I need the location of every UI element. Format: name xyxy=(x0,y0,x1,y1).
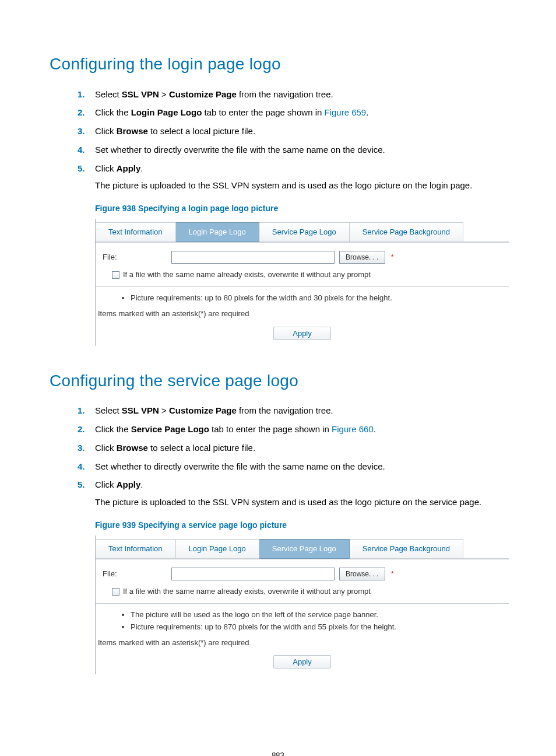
overwrite-label: If a file with the same name already exi… xyxy=(123,586,371,597)
required-note: Items marked with an asterisk(*) are req… xyxy=(96,638,509,652)
required-note: Items marked with an asterisk(*) are req… xyxy=(96,309,509,323)
requirement-item: Picture requirements: up to 80 pixels fo… xyxy=(131,293,502,304)
step-1: Select SSL VPN > Customize Page from the… xyxy=(95,404,506,417)
file-row: File: Browse. . . * xyxy=(96,243,509,270)
overwrite-checkbox[interactable] xyxy=(112,588,119,596)
overwrite-checkbox[interactable] xyxy=(112,271,119,279)
browse-button[interactable]: Browse. . . xyxy=(339,251,385,264)
ui-service-logo: Text Information Login Page Logo Service… xyxy=(95,536,509,674)
text: . xyxy=(366,107,368,117)
file-input[interactable] xyxy=(171,251,335,264)
bold: Browse xyxy=(117,126,148,136)
overwrite-label: If a file with the same name already exi… xyxy=(123,270,371,281)
text: Click xyxy=(95,163,117,173)
bold: Browse xyxy=(117,443,148,453)
text: tab to enter the page shown in xyxy=(209,424,332,434)
figure-caption-938: Figure 938 Specifying a login page logo … xyxy=(95,202,506,214)
file-label: File: xyxy=(103,252,167,263)
required-asterisk: * xyxy=(391,569,394,580)
text: Select xyxy=(95,405,122,415)
tab-service-page-logo[interactable]: Service Page Logo xyxy=(259,222,350,242)
text: > xyxy=(159,405,169,415)
figure-link-659[interactable]: Figure 659 xyxy=(325,107,367,117)
tab-bar: Text Information Login Page Logo Service… xyxy=(96,219,509,243)
text: from the navigation tree. xyxy=(237,405,333,415)
ui-login-logo: Text Information Login Page Logo Service… xyxy=(95,219,509,345)
requirements-list: Picture requirements: up to 80 pixels fo… xyxy=(96,287,509,309)
step-5-sub: The picture is uploaded to the SSL VPN s… xyxy=(95,496,506,509)
text: to select a local picture file. xyxy=(148,126,255,136)
heading-login-logo: Configuring the login page logo xyxy=(50,52,506,76)
bold: SSL VPN xyxy=(122,405,159,415)
steps-login-logo: Select SSL VPN > Customize Page from the… xyxy=(50,88,506,192)
text: Click the xyxy=(95,424,131,434)
text: . xyxy=(374,424,376,434)
text: Select xyxy=(95,89,122,99)
text: . xyxy=(140,163,143,173)
overwrite-row: If a file with the same name already exi… xyxy=(96,270,509,286)
file-input[interactable] xyxy=(171,568,335,580)
tab-spacer xyxy=(463,539,509,559)
tab-bar: Text Information Login Page Logo Service… xyxy=(96,536,509,559)
bold: Login Page Logo xyxy=(131,107,202,117)
step-3: Click Browse to select a local picture f… xyxy=(95,442,506,454)
file-row: File: Browse. . . * xyxy=(96,559,509,586)
apply-row: Apply xyxy=(96,323,509,346)
requirement-item: Picture requirements: up to 870 pixels f… xyxy=(131,622,502,633)
step-5: Click Apply. The picture is uploaded to … xyxy=(95,478,506,509)
bold: Apply xyxy=(117,163,141,173)
text: Click xyxy=(95,480,117,489)
bold: Customize Page xyxy=(169,405,237,415)
text: to select a local picture file. xyxy=(148,443,255,453)
text: from the navigation tree. xyxy=(237,89,333,99)
file-label: File: xyxy=(103,569,167,580)
text: Click xyxy=(95,126,117,136)
bold: Apply xyxy=(117,480,141,489)
required-asterisk: * xyxy=(391,252,394,263)
step-5: Click Apply. The picture is uploaded to … xyxy=(95,162,506,192)
apply-button[interactable]: Apply xyxy=(273,655,331,668)
browse-button[interactable]: Browse. . . xyxy=(339,568,385,580)
overwrite-row: If a file with the same name already exi… xyxy=(96,586,509,603)
apply-button[interactable]: Apply xyxy=(273,327,331,340)
step-1: Select SSL VPN > Customize Page from the… xyxy=(95,88,506,101)
text: . xyxy=(140,480,143,489)
step-4: Set whether to directly overwrite the fi… xyxy=(95,144,506,156)
tab-text-information[interactable]: Text Information xyxy=(96,539,176,559)
bold: SSL VPN xyxy=(122,89,159,99)
text: tab to enter the page shown in xyxy=(202,107,324,117)
text: Click the xyxy=(95,107,131,117)
tab-text-information[interactable]: Text Information xyxy=(96,222,176,242)
tab-service-page-background[interactable]: Service Page Background xyxy=(350,539,463,559)
bold: Service Page Logo xyxy=(131,424,209,434)
step-2: Click the Service Page Logo tab to enter… xyxy=(95,423,506,436)
requirement-item: The picture will be used as the logo on … xyxy=(131,610,502,621)
bold: Customize Page xyxy=(169,89,237,99)
apply-row: Apply xyxy=(96,652,509,674)
steps-service-logo: Select SSL VPN > Customize Page from the… xyxy=(50,404,506,509)
figure-caption-939: Figure 939 Specifying a service page log… xyxy=(95,519,506,531)
tab-login-page-logo[interactable]: Login Page Logo xyxy=(176,222,259,242)
requirements-list: The picture will be used as the logo on … xyxy=(96,604,509,638)
heading-service-logo: Configuring the service page logo xyxy=(50,369,506,393)
figure-link-660[interactable]: Figure 660 xyxy=(332,424,374,434)
tab-spacer xyxy=(463,222,509,242)
step-5-sub: The picture is uploaded to the SSL VPN s… xyxy=(95,179,506,192)
step-3: Click Browse to select a local picture f… xyxy=(95,125,506,138)
text: Click xyxy=(95,443,117,453)
tab-service-page-background[interactable]: Service Page Background xyxy=(350,222,463,242)
tab-service-page-logo[interactable]: Service Page Logo xyxy=(259,539,350,559)
step-2: Click the Login Page Logo tab to enter t… xyxy=(95,106,506,119)
text: > xyxy=(159,89,169,99)
tab-login-page-logo[interactable]: Login Page Logo xyxy=(176,539,259,559)
page-number: 883 xyxy=(50,750,506,756)
step-4: Set whether to directly overwrite the fi… xyxy=(95,460,506,473)
